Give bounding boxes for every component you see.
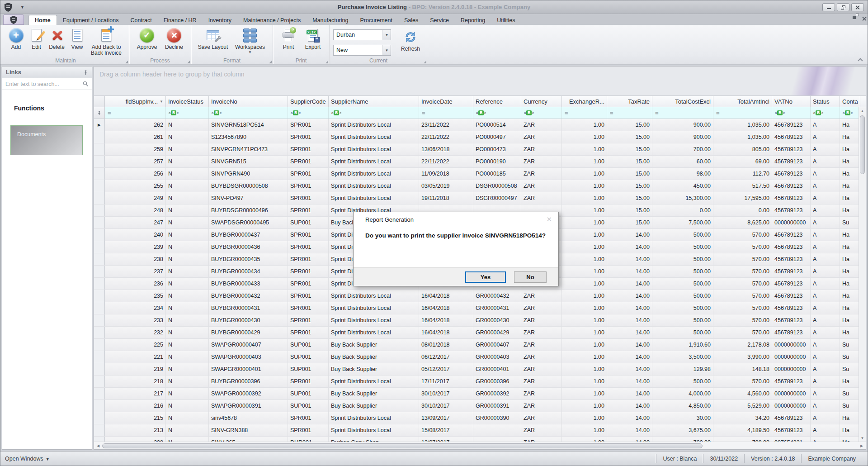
cell-id[interactable]: 255 [105, 180, 166, 192]
cell-status[interactable]: A [811, 229, 840, 241]
cell-contact[interactable]: Ha [840, 168, 860, 180]
cell-invoiceNo[interactable]: BUYBDSGR00000496 [209, 204, 288, 216]
cell-exchangeRate[interactable]: 1.00 [562, 266, 607, 277]
cell-exchangeRate[interactable]: 1.00 [562, 131, 607, 143]
cell-totalCostExcl[interactable]: 1,910.60 [652, 339, 713, 351]
cell-invoiceNo[interactable]: SINV-GRN388 [209, 424, 288, 436]
filter-currency[interactable]: aBc [521, 107, 562, 119]
export-button[interactable]: XLSX Export [300, 27, 326, 51]
cell-vatNo[interactable]: 456789123 [772, 278, 811, 290]
cell-supplierName[interactable]: Sprint Distributors Local [329, 180, 419, 192]
cell-supplierName[interactable]: Sprint Distributors Local [329, 156, 419, 167]
cell-exchangeRate[interactable]: 1.00 [562, 229, 607, 241]
cell-taxRate[interactable]: 14.00 [607, 290, 652, 302]
cell-taxRate[interactable]: 15.00 [607, 156, 652, 167]
cell-id[interactable]: 225 [105, 339, 166, 351]
search-icon[interactable] [83, 81, 89, 87]
cell-totalAmtIncl[interactable]: 570.00 [713, 266, 772, 277]
cell-invoiceStatus[interactable]: N [166, 266, 209, 277]
delete-button[interactable]: Delete [47, 27, 67, 51]
table-row[interactable]: 235NBUYBGR00000432SPR001Sprint Distribut… [94, 290, 866, 302]
cell-totalCostExcl[interactable]: 900.00 [652, 131, 713, 143]
cell-invoiceStatus[interactable]: N [166, 412, 209, 424]
cell-supplierCode[interactable]: SUP001 [288, 351, 329, 363]
cell-status[interactable]: A [811, 192, 840, 204]
cell-supplierName[interactable]: Buy Back Supplier [329, 388, 419, 399]
cell-invoiceDate[interactable]: 13/06/2018 [419, 143, 473, 155]
cell-supplierCode[interactable]: SPR001 [288, 314, 329, 326]
cell-taxRate[interactable]: 14.00 [607, 412, 652, 424]
cell-status[interactable]: A [811, 143, 840, 155]
cell-status[interactable]: A [811, 339, 840, 351]
cell-exchangeRate[interactable]: 1.00 [562, 278, 607, 290]
cell-status[interactable]: A [811, 278, 840, 290]
cell-status[interactable]: A [811, 217, 840, 228]
cell-status[interactable]: A [811, 376, 840, 387]
cell-exchangeRate[interactable]: 1.00 [562, 388, 607, 399]
cell-invoiceStatus[interactable]: N [166, 327, 209, 338]
cell-invoiceDate[interactable]: 16/04/2018 [419, 327, 473, 338]
filter-supplierCode[interactable]: aBc [288, 107, 329, 119]
cell-invoiceNo[interactable]: BUYBGR00000436 [209, 241, 288, 253]
cell-supplierName[interactable]: Sprint Distributors Local [329, 376, 419, 387]
cell-vatNo[interactable]: 456789123 [772, 229, 811, 241]
cell-totalAmtIncl[interactable]: 0.00 [713, 204, 772, 216]
cell-vatNo[interactable]: 456789123 [772, 131, 811, 143]
cell-id[interactable]: 248 [105, 204, 166, 216]
cell-supplierCode[interactable]: SPR001 [288, 266, 329, 277]
filter-exchangeRate[interactable]: = [562, 107, 607, 119]
cell-currency[interactable]: ZAR [521, 388, 562, 399]
cell-reference[interactable] [473, 424, 521, 436]
tab-reporting[interactable]: Reporting [455, 15, 491, 25]
cell-exchangeRate[interactable]: 1.00 [562, 327, 607, 338]
quick-access-caret-icon[interactable]: ▼ [20, 5, 24, 10]
cell-invoiceDate[interactable]: 23/11/2022 [419, 119, 473, 131]
cell-totalAmtIncl[interactable]: 805.00 [713, 143, 772, 155]
cell-exchangeRate[interactable]: 1.00 [562, 363, 607, 375]
cell-invoiceNo[interactable]: SWAPGR00000407 [209, 339, 288, 351]
cell-contact[interactable]: Ha [840, 327, 860, 338]
cell-totalCostExcl[interactable]: 500.00 [652, 290, 713, 302]
cell-status[interactable]: A [811, 253, 840, 265]
cell-totalAmtIncl[interactable]: 570.00 [713, 241, 772, 253]
cell-invoiceStatus[interactable]: N [166, 314, 209, 326]
cell-supplierCode[interactable]: SPR001 [288, 168, 329, 180]
cell-taxRate[interactable]: 14.00 [607, 266, 652, 277]
cell-invoiceNo[interactable]: BUYBGR00000431 [209, 302, 288, 314]
cell-status[interactable]: A [811, 302, 840, 314]
cell-invoiceStatus[interactable]: N [166, 278, 209, 290]
cell-contact[interactable]: Ha [840, 412, 860, 424]
filter-contact[interactable]: aBc [840, 107, 860, 119]
cell-vatNo[interactable]: 456789123 [772, 180, 811, 192]
table-row[interactable]: 219NSWAPGR00000401SUP001Buy Back Supplie… [94, 363, 866, 376]
table-row[interactable]: 233NBUYBGR00000430SPR001Sprint Distribut… [94, 314, 866, 327]
filter-totalAmtIncl[interactable]: = [713, 107, 772, 119]
cell-totalAmtIncl[interactable]: 4,189.50 [713, 424, 772, 436]
cell-invoiceStatus[interactable]: N [166, 253, 209, 265]
cell-id[interactable]: 240 [105, 229, 166, 241]
cell-id[interactable]: 237 [105, 266, 166, 277]
collapse-ribbon-icon[interactable] [858, 57, 862, 62]
cell-status[interactable]: A [811, 290, 840, 302]
cell-vatNo[interactable]: 0000000000 [772, 388, 811, 399]
restore-button[interactable] [837, 3, 849, 11]
table-row[interactable]: 221NSWAPGR00000403SUP001Buy Back Supplie… [94, 351, 866, 363]
cell-invoiceDate[interactable]: 03/05/2019 [419, 180, 473, 192]
cell-contact[interactable]: Ha [840, 229, 860, 241]
tab-sales[interactable]: Sales [398, 15, 424, 25]
app-logo-icon[interactable] [4, 3, 12, 12]
cell-totalCostExcl[interactable]: 15,300.00 [652, 192, 713, 204]
cell-reference[interactable]: PO0000514 [473, 119, 521, 131]
cell-contact[interactable]: Ha [840, 314, 860, 326]
status-combobox[interactable]: New ▼ [333, 45, 391, 56]
cell-vatNo[interactable]: 456789123 [772, 143, 811, 155]
cell-taxRate[interactable]: 15.00 [607, 204, 652, 216]
column-header-invoiceNo[interactable]: InvoiceNo [209, 96, 288, 107]
cell-totalAmtIncl[interactable]: 17,595.00 [713, 192, 772, 204]
cell-exchangeRate[interactable]: 1.00 [562, 290, 607, 302]
pin-icon[interactable] [83, 70, 88, 75]
cell-invoiceStatus[interactable]: N [166, 143, 209, 155]
cell-supplierCode[interactable]: SPR001 [288, 290, 329, 302]
cell-totalCostExcl[interactable]: 3,675.00 [652, 424, 713, 436]
cell-id[interactable]: 234 [105, 302, 166, 314]
